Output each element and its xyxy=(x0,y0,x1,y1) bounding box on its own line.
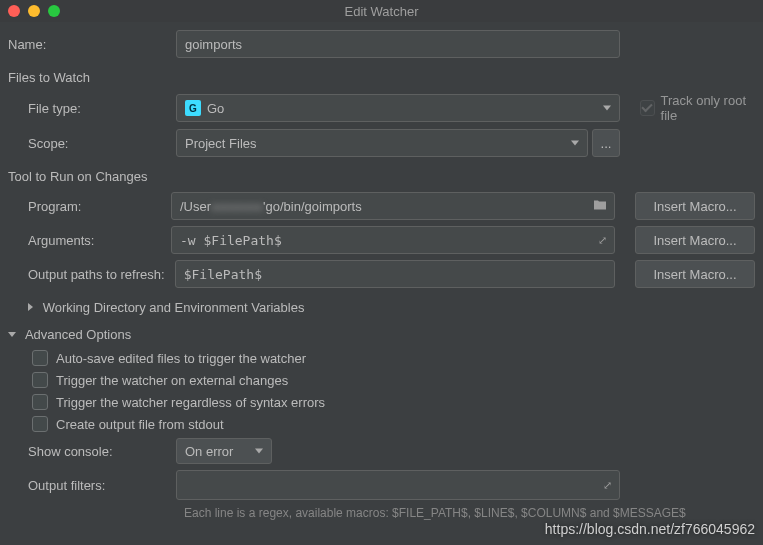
expand-icon[interactable]: ⤢ xyxy=(603,479,612,492)
advanced-options-toggle[interactable]: Advanced Options xyxy=(8,327,755,342)
go-icon: G xyxy=(185,100,201,116)
name-label: Name: xyxy=(8,37,176,52)
form: Name: Files to Watch File type: G Go Tra… xyxy=(0,22,763,520)
working-dir-env-toggle[interactable]: Working Directory and Environment Variab… xyxy=(8,300,755,315)
output-paths-input[interactable] xyxy=(175,260,615,288)
regardless-syntax-label: Trigger the watcher regardless of syntax… xyxy=(56,395,325,410)
insert-macro-arguments-button[interactable]: Insert Macro... xyxy=(635,226,755,254)
chevron-down-icon xyxy=(603,106,611,111)
external-changes-checkbox[interactable] xyxy=(32,372,48,388)
insert-macro-output-button[interactable]: Insert Macro... xyxy=(635,260,755,288)
checkbox-icon xyxy=(640,100,655,116)
show-console-select[interactable]: On error xyxy=(176,438,272,464)
expand-icon[interactable]: ⤢ xyxy=(598,234,607,247)
scope-value: Project Files xyxy=(185,136,257,151)
program-input[interactable]: /User xxxxxxxx 'go/bin/goimports xyxy=(171,192,615,220)
auto-save-label: Auto-save edited files to trigger the wa… xyxy=(56,351,306,366)
track-only-root-label: Track only root file xyxy=(661,93,755,123)
show-console-value: On error xyxy=(185,444,233,459)
scope-select[interactable]: Project Files xyxy=(176,129,588,157)
section-files-to-watch: Files to Watch xyxy=(8,70,755,85)
track-only-root-checkbox[interactable]: Track only root file xyxy=(640,93,755,123)
insert-macro-program-button[interactable]: Insert Macro... xyxy=(635,192,755,220)
arguments-input[interactable] xyxy=(171,226,615,254)
create-output-stdout-label: Create output file from stdout xyxy=(56,417,224,432)
window-title: Edit Watcher xyxy=(0,4,763,19)
folder-icon[interactable] xyxy=(593,199,607,214)
chevron-down-icon xyxy=(255,449,263,454)
regardless-syntax-checkbox[interactable] xyxy=(32,394,48,410)
output-filters-label: Output filters: xyxy=(8,478,176,493)
section-tool-to-run: Tool to Run on Changes xyxy=(8,169,755,184)
program-label: Program: xyxy=(8,199,171,214)
auto-save-checkbox[interactable] xyxy=(32,350,48,366)
show-console-label: Show console: xyxy=(8,444,176,459)
file-type-value: Go xyxy=(207,101,224,116)
titlebar: Edit Watcher xyxy=(0,0,763,22)
output-filters-hint: Each line is a regex, available macros: … xyxy=(8,506,755,520)
external-changes-label: Trigger the watcher on external changes xyxy=(56,373,288,388)
file-type-label: File type: xyxy=(8,101,176,116)
name-input[interactable] xyxy=(176,30,620,58)
watermark: https://blog.csdn.net/zf766045962 xyxy=(545,521,755,537)
arguments-label: Arguments: xyxy=(8,233,171,248)
create-output-stdout-checkbox[interactable] xyxy=(32,416,48,432)
scope-browse-button[interactable]: ... xyxy=(592,129,620,157)
output-paths-label: Output paths to refresh: xyxy=(8,267,175,282)
file-type-select[interactable]: G Go xyxy=(176,94,620,122)
chevron-down-icon xyxy=(571,141,579,146)
output-filters-input[interactable] xyxy=(176,470,620,500)
scope-label: Scope: xyxy=(8,136,176,151)
